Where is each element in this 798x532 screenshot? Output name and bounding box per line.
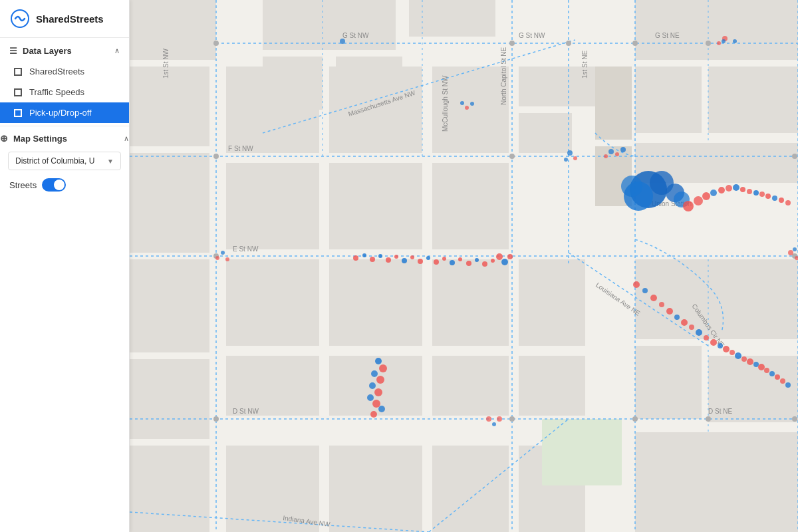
streets-toggle-row: Streets [0, 174, 129, 196]
map-settings-label: Map Settings [13, 134, 67, 144]
svg-rect-34 [635, 143, 798, 183]
app-name: SharedStreets [36, 13, 104, 25]
layer-traffic-speeds[interactable]: Traffic Speeds [0, 82, 129, 102]
svg-point-83 [706, 41, 711, 46]
svg-rect-40 [595, 66, 632, 140]
svg-text:E St NW: E St NW [233, 245, 259, 253]
svg-rect-7 [130, 153, 209, 253]
svg-rect-23 [432, 259, 509, 346]
traffic-speeds-label: Traffic Speeds [29, 87, 84, 97]
svg-text:1st St NW: 1st St NW [162, 48, 170, 78]
svg-text:1st St NE: 1st St NE [581, 50, 589, 78]
pickup-dropoff-label: Pick-up/Drop-off [29, 108, 92, 118]
map-container[interactable]: G St NW G St NW G St NE F St NW E St NW … [130, 0, 798, 532]
svg-text:D St NW: D St NW [233, 408, 259, 415]
svg-rect-19 [329, 356, 422, 416]
svg-rect-11 [226, 66, 319, 153]
svg-point-81 [509, 154, 515, 159]
svg-rect-41 [542, 419, 622, 485]
svg-rect-35 [635, 259, 798, 339]
svg-text:G St NE: G St NE [655, 32, 680, 39]
svg-text:G St NW: G St NW [519, 32, 545, 39]
svg-point-87 [792, 416, 797, 422]
svg-rect-36 [635, 346, 702, 419]
map-settings-chevron: ∧ [124, 134, 129, 143]
svg-text:D St NE: D St NE [708, 408, 732, 415]
map-settings-header[interactable]: ⊕ Map Settings ∧ [0, 129, 129, 148]
logo-icon [11, 9, 29, 28]
sharedstreets-label: SharedStreets [29, 66, 84, 76]
location-dropdown[interactable]: District of Columbia, U ▼ [8, 152, 121, 170]
streets-toggle-label: Streets [9, 180, 37, 190]
sidebar: SharedStreets ☰ Data Layers ∧ SharedStre… [0, 0, 130, 532]
globe-icon: ⊕ [0, 133, 8, 144]
svg-rect-39 [595, 146, 632, 206]
svg-rect-29 [519, 356, 585, 416]
divider-1 [0, 126, 129, 126]
svg-text:F St NW: F St NW [228, 145, 253, 152]
svg-rect-2 [263, 0, 396, 50]
logo-area: SharedStreets [0, 0, 129, 38]
svg-point-77 [632, 41, 638, 46]
hamburger-icon: ☰ [9, 46, 17, 56]
svg-point-88 [509, 416, 515, 422]
svg-point-79 [213, 253, 219, 259]
svg-point-80 [213, 416, 219, 422]
svg-point-89 [632, 416, 638, 422]
svg-point-84 [706, 416, 711, 422]
svg-rect-20 [329, 446, 422, 532]
streets-toggle[interactable] [42, 178, 66, 192]
svg-rect-18 [329, 259, 422, 346]
traffic-speeds-icon [13, 88, 23, 97]
svg-text:McCullough St NW: McCullough St NW [442, 75, 449, 132]
svg-rect-28 [519, 259, 585, 346]
svg-point-76 [509, 41, 515, 46]
svg-text:North Capitol St NE: North Capitol St NE [500, 47, 507, 105]
svg-rect-31 [635, 0, 798, 60]
dropdown-chevron: ▼ [107, 158, 114, 165]
svg-rect-9 [130, 359, 209, 439]
location-value: District of Columbia, U [15, 156, 94, 166]
svg-rect-24 [432, 356, 509, 416]
svg-rect-12 [226, 163, 319, 249]
svg-rect-8 [130, 259, 209, 352]
svg-rect-6 [130, 66, 209, 146]
data-layers-header[interactable]: ☰ Data Layers ∧ [0, 38, 129, 61]
svg-rect-14 [226, 356, 319, 416]
svg-text:G St NW: G St NW [342, 32, 369, 39]
layer-pickup-dropoff[interactable]: Pick-up/Drop-off [0, 102, 129, 123]
svg-rect-32 [635, 66, 702, 133]
svg-rect-16 [329, 66, 422, 153]
svg-rect-13 [226, 259, 319, 346]
svg-point-86 [792, 154, 797, 159]
svg-point-82 [566, 41, 571, 46]
svg-point-75 [213, 41, 219, 46]
svg-point-78 [213, 154, 219, 159]
svg-rect-1 [130, 0, 216, 60]
layer-sharedstreets[interactable]: SharedStreets [0, 61, 129, 82]
svg-rect-33 [708, 66, 798, 133]
pickup-dropoff-icon [13, 108, 23, 118]
data-layers-label: Data Layers [23, 46, 72, 56]
streets-svg: G St NW G St NW G St NE F St NW E St NW … [130, 0, 798, 532]
svg-text:Union Station: Union Station [652, 200, 692, 207]
data-layers-chevron: ∧ [114, 47, 120, 55]
sharedstreets-icon [13, 67, 23, 76]
svg-rect-10 [130, 446, 209, 532]
svg-point-85 [792, 253, 797, 259]
svg-rect-25 [432, 446, 509, 532]
svg-rect-27 [519, 113, 572, 153]
svg-rect-17 [329, 163, 422, 249]
svg-rect-38 [635, 432, 798, 532]
svg-rect-22 [432, 163, 509, 249]
